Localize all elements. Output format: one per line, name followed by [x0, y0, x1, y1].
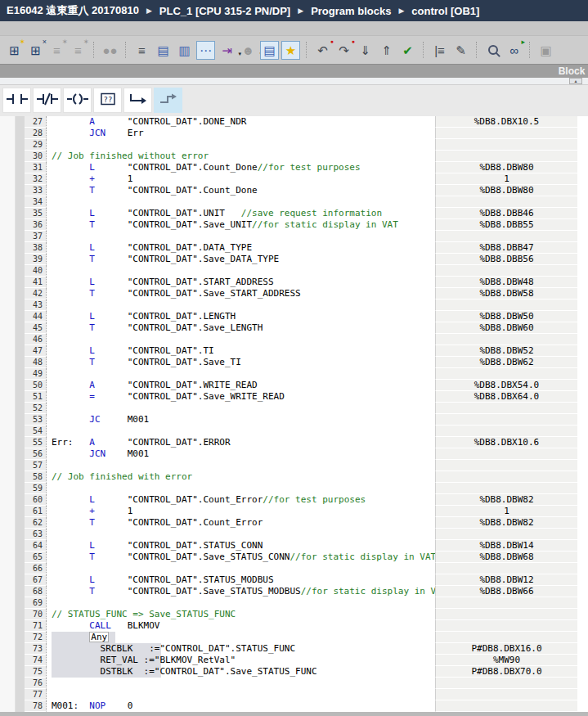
code-line[interactable]: // STATUS_FUNC => Save_STATUS_FUNC: [47, 609, 435, 620]
favorites-toggle-icon[interactable]: ★: [281, 41, 300, 60]
insert-empty-box-button[interactable]: ??: [93, 88, 122, 113]
block-interface-label[interactable]: Block i: [559, 65, 588, 77]
code-line[interactable]: [47, 299, 435, 311]
code-line[interactable]: T "CONTROL_DAT".Save_TI: [47, 357, 435, 368]
code-line[interactable]: [47, 689, 435, 700]
download-to-device-icon[interactable]: ⇓: [356, 41, 375, 60]
code-line[interactable]: = "CONTROL_DAT".Save_WRITE_READ: [47, 391, 435, 403]
code-row: 28 JCN Err: [0, 128, 588, 139]
code-line[interactable]: L "CONTROL_DAT".LENGTH: [47, 311, 435, 322]
insert-comment-line-icon[interactable]: ≡✶: [69, 41, 88, 60]
delete-network-icon-glyph: ⊞: [30, 44, 41, 56]
network-comments-toggle-icon[interactable]: ⋯: [196, 41, 215, 60]
collapse-up-button[interactable]: ▲: [569, 78, 582, 84]
row-margin: [577, 678, 588, 689]
code-line[interactable]: RET_VAL :="BLKMOV_RetVal": [47, 655, 435, 666]
insert-fb-call-icon[interactable]: ⇥▾: [218, 41, 236, 60]
code-line[interactable]: [47, 483, 435, 494]
code-line[interactable]: L "CONTROL_DAT".Count_Error//for test pu…: [47, 494, 435, 506]
compile-icon[interactable]: ✔: [398, 41, 417, 60]
code-line[interactable]: L "CONTROL_DAT".STATUS_CONN: [47, 540, 435, 552]
code-line[interactable]: // Job finished without error: [47, 151, 435, 162]
code-line[interactable]: [47, 139, 435, 151]
any-pointer-field[interactable]: Any: [89, 632, 109, 642]
code-line[interactable]: [47, 368, 435, 380]
code-line[interactable]: L "CONTROL_DAT".TI: [47, 345, 435, 357]
code-line[interactable]: L "CONTROL_DAT".Count_Done//for test pur…: [47, 162, 435, 173]
toolbar-separator: [125, 42, 127, 58]
code-line[interactable]: A "CONTROL_DAT".WRITE_READ: [47, 380, 435, 391]
code-line[interactable]: [47, 563, 435, 574]
insert-closed-branch-button[interactable]: [154, 88, 182, 113]
row-margin: [577, 689, 588, 700]
code-line[interactable]: [47, 678, 435, 689]
goto-next-point-icon[interactable]: |≡: [430, 41, 449, 60]
code-line[interactable]: Err: A "CONTROL_DAT".ERROR: [47, 437, 435, 448]
code-line[interactable]: + 1: [47, 506, 435, 517]
open-all-networks-icon[interactable]: ▤: [154, 41, 173, 60]
code-line[interactable]: [47, 334, 435, 345]
code-line[interactable]: T "CONTROL_DAT".Count_Error: [47, 517, 435, 529]
code-line[interactable]: L "CONTROL_DAT".START_ADDRESS: [47, 277, 435, 288]
code-line[interactable]: [47, 529, 435, 540]
code-line[interactable]: [47, 403, 435, 414]
row-margin: [577, 666, 588, 678]
gutter-inner: [16, 448, 25, 460]
code-line[interactable]: JCN M001: [47, 448, 435, 460]
code-line[interactable]: DSTBLK :="CONTROL_DAT".Save_STATUS_FUNC: [47, 666, 435, 678]
code-line[interactable]: T "CONTROL_DAT".Save_UNIT//for static di…: [47, 219, 435, 231]
code-line[interactable]: [47, 597, 435, 609]
gutter-outer: [0, 471, 16, 483]
code-line[interactable]: T "CONTROL_DAT".Save_START_ADDRESS: [47, 288, 435, 299]
goto-next-point-icon-glyph: |≡: [434, 44, 445, 56]
breadcrumb-item[interactable]: Program blocks: [311, 5, 391, 17]
code-line[interactable]: T "CONTROL_DAT".Count_Done: [47, 185, 435, 196]
multi-instance-icon[interactable]: ☻▾: [239, 41, 258, 60]
code-line[interactable]: L "CONTROL_DAT".UNIT //save request info…: [47, 208, 435, 219]
breadcrumb-item[interactable]: PLC_1 [CPU 315-2 PN/DP]: [159, 5, 290, 17]
undo-icon[interactable]: ↶●: [313, 41, 332, 60]
code-line[interactable]: JC M001: [47, 414, 435, 426]
code-line[interactable]: L "CONTROL_DAT".STATUS_MODBUS: [47, 574, 435, 586]
insert-nc-contact-button[interactable]: [33, 88, 61, 113]
line-number: 59: [25, 483, 47, 494]
insert-coil-button[interactable]: [63, 88, 92, 113]
breadcrumb-item[interactable]: E16042 遠東重八 20170810: [7, 3, 139, 18]
breadcrumb-item[interactable]: control [OB1]: [411, 5, 479, 17]
close-all-networks-icon[interactable]: ▥: [175, 41, 194, 60]
goto-previous-point-icon[interactable]: ✎: [451, 41, 470, 60]
network-outline-icon[interactable]: ≡: [132, 41, 151, 60]
code-line[interactable]: A "CONTROL_DAT".DONE_NDR: [47, 116, 435, 128]
upload-from-device-icon[interactable]: ⇑: [377, 41, 396, 60]
insert-open-branch-button[interactable]: [123, 88, 152, 113]
code-line[interactable]: // Job finished with error: [47, 471, 435, 483]
code-line[interactable]: [47, 231, 435, 242]
code-line[interactable]: [47, 460, 435, 471]
absolute-symbolic-operands-icon[interactable]: ▤: [260, 41, 279, 60]
find-replace-icon[interactable]: [483, 41, 502, 60]
operand: "CONTROL_DAT".Save_DATA_TYPE: [128, 254, 279, 264]
code-line[interactable]: T "CONTROL_DAT".Save_LENGTH: [47, 322, 435, 334]
delete-network-icon[interactable]: ⊞×: [26, 41, 45, 60]
code-line[interactable]: [47, 265, 435, 277]
code-line[interactable]: [47, 426, 435, 437]
code-line[interactable]: T "CONTROL_DAT".Save_STATUS_CONN//for st…: [47, 552, 435, 563]
code-line[interactable]: SRCBLK :="CONTROL_DAT".STATUS_FUNC: [47, 643, 435, 655]
code-line[interactable]: + 1: [47, 173, 435, 185]
insert-no-contact-button[interactable]: [2, 88, 31, 113]
code-line[interactable]: CALL BLKMOV: [47, 620, 435, 632]
code-line[interactable]: L "CONTROL_DAT".DATA_TYPE: [47, 242, 435, 254]
code-line[interactable]: Any: [47, 632, 435, 643]
code-row: 43: [0, 299, 588, 311]
monitoring-icon[interactable]: ∞▸: [505, 41, 523, 60]
redo-icon[interactable]: ↷●: [334, 41, 353, 60]
copy-format-icon[interactable]: ●●: [101, 41, 119, 60]
code-line[interactable]: M001: NOP 0: [47, 700, 435, 712]
code-line[interactable]: JCN Err: [47, 128, 435, 139]
code-line[interactable]: T "CONTROL_DAT".Save_STATUS_MODBUS//for …: [47, 586, 435, 597]
code-line[interactable]: [47, 196, 435, 208]
block-properties-icon[interactable]: ▣: [536, 41, 555, 60]
insert-stl-network-icon[interactable]: ≡✶: [47, 41, 66, 60]
insert-network-icon[interactable]: ⊞✶: [5, 41, 24, 60]
code-line[interactable]: T "CONTROL_DAT".Save_DATA_TYPE: [47, 254, 435, 265]
